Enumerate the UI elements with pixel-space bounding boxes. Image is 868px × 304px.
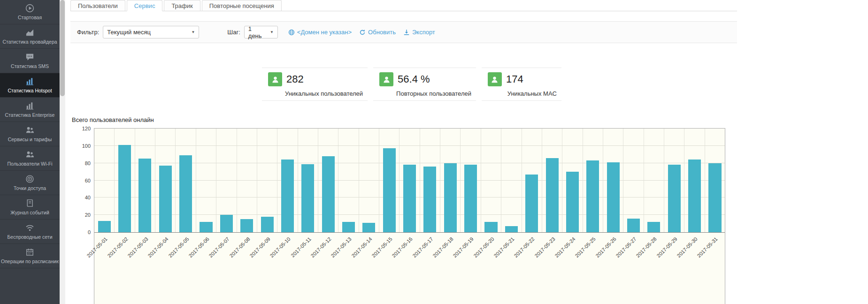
tab-repeat-visits[interactable]: Повторные посещения [202, 0, 282, 11]
vertical-scrollbar[interactable] [60, 0, 65, 304]
x-axis-tick: 2017-05-07 [216, 233, 237, 304]
play-circle-icon [1, 4, 59, 13]
sidebar-item-services-tariffs[interactable]: Сервисы и тарифы [0, 122, 60, 146]
chart-column [664, 129, 684, 232]
journal-icon [1, 199, 59, 208]
sidebar-item-enterprise-stats[interactable]: Статистика Enterprise [0, 98, 60, 122]
x-axis-tick: 2017-05-04 [155, 233, 176, 304]
chart-column [440, 129, 460, 232]
chart-column [277, 129, 297, 232]
chart-bar [403, 165, 416, 232]
step-select-value: 1 день [248, 25, 265, 39]
x-axis-tick: 2017-05-15 [379, 233, 399, 304]
x-axis-tick: 2017-05-24 [562, 233, 583, 304]
sidebar-item-provider-stats[interactable]: Статистика провайдера [0, 24, 60, 49]
area-chart-icon [1, 28, 59, 37]
chart-column [257, 129, 277, 232]
chart-column [237, 129, 257, 232]
user-icon [488, 72, 502, 86]
chart-column [644, 129, 664, 232]
chart-bar [546, 158, 559, 232]
sidebar-item-access-points[interactable]: Точки доступа [0, 171, 60, 195]
tab-service[interactable]: Сервис [127, 0, 163, 11]
chart-bar [505, 226, 518, 232]
chart-column [460, 129, 480, 232]
stat-card-unique-users: 282 Уникальных пользователей [262, 68, 368, 101]
refresh-link-label: Обновить [368, 29, 396, 36]
chart-bar [668, 165, 681, 232]
chart-plot: 020406080100120 [94, 129, 725, 233]
x-axis-tick: 2017-05-14 [359, 233, 379, 304]
sidebar-item-sms-stats[interactable]: Статистика SMS [0, 49, 60, 73]
step-select[interactable]: 1 день ▼ [244, 26, 278, 38]
export-link-label: Экспорт [412, 29, 435, 36]
chart-bar [423, 167, 436, 232]
tab-users[interactable]: Пользователи [70, 0, 125, 11]
chart-bar [688, 160, 701, 232]
chart-column [338, 129, 358, 232]
x-axis-tick: 2017-05-20 [481, 233, 501, 304]
domain-link[interactable]: <Домен не указан> [288, 29, 352, 36]
tab-traffic[interactable]: Трафик [164, 0, 200, 11]
chart-column [196, 129, 216, 232]
chart-bar [586, 160, 599, 232]
chart-column [562, 129, 582, 232]
export-link[interactable]: Экспорт [403, 29, 435, 36]
x-axis-tick: 2017-05-28 [644, 233, 664, 304]
chart-bar [607, 162, 620, 232]
refresh-link[interactable]: Обновить [359, 29, 396, 36]
bar-chart-icon [1, 101, 59, 110]
chart-bar [240, 219, 253, 232]
x-axis-tick: 2017-05-08 [237, 233, 257, 304]
sidebar-item-label: Сервисы и тарифы [1, 137, 59, 142]
sidebar-item-label: Статистика Enterprise [1, 112, 59, 118]
users-icon [1, 126, 59, 135]
x-axis-tick: 2017-05-19 [461, 233, 481, 304]
sidebar-item-label: Беспроводные сети [1, 234, 59, 240]
chart-bar [179, 155, 192, 232]
refresh-icon [359, 29, 366, 36]
chart-bar [322, 156, 335, 232]
chart-bar [383, 148, 396, 232]
online-users-chart: 020406080100120 2017-05-012017-05-022017… [94, 128, 725, 304]
chart-column [501, 129, 521, 232]
chart-bar [118, 145, 131, 232]
chart-bar [138, 159, 151, 232]
sidebar-item-start-page[interactable]: Стартовая [0, 0, 60, 24]
sidebar-item-wireless-networks[interactable]: Беспроводные сети [0, 220, 60, 244]
chart-bar [301, 164, 314, 232]
stat-label: Уникальных MAC [505, 90, 557, 97]
chart-column [175, 129, 195, 232]
chart-column [420, 129, 440, 232]
sidebar-item-event-log[interactable]: Журнал событий [0, 195, 60, 220]
x-axis-tick: 2017-05-17 [420, 233, 440, 304]
chart-column [359, 129, 379, 232]
chart-column [684, 129, 704, 232]
chart-column [298, 129, 318, 232]
stat-card-repeat-users: 56.4 % Повторных пользователей [373, 68, 476, 101]
chart-bar [281, 160, 294, 232]
x-axis-tick: 2017-05-09 [257, 233, 277, 304]
main-content: Пользователи Сервис Трафик Повторные пос… [65, 0, 868, 304]
y-axis-label: 120 [82, 126, 91, 131]
download-icon [403, 29, 410, 36]
sidebar-item-wifi-users[interactable]: Пользователи Wi-Fi [0, 146, 60, 171]
x-axis-tick: 2017-05-13 [338, 233, 359, 304]
scrollbar-thumb[interactable] [60, 0, 65, 96]
sidebar-item-scheduled-operations[interactable]: Операции по расписанию [0, 244, 60, 268]
x-axis-tick: 2017-05-06 [196, 233, 216, 304]
bar-chart-icon [1, 77, 59, 86]
tab-bar: Пользователи Сервис Трафик Повторные пос… [70, 0, 737, 11]
period-select[interactable]: Текущий месяц ▼ [103, 26, 199, 38]
chart-bar [566, 172, 579, 232]
stat-value: 282 [286, 72, 304, 86]
sms-icon [1, 53, 59, 61]
chart-bar [708, 163, 721, 232]
chart-bar [484, 222, 497, 232]
chart-column [114, 129, 134, 232]
sidebar-item-hotspot-stats[interactable]: Статистика Hotspot [0, 73, 60, 98]
x-axis-tick: 2017-05-01 [94, 233, 115, 304]
x-axis-tick: 2017-05-22 [522, 233, 542, 304]
y-axis-label: 0 [88, 229, 91, 235]
filter-label: Фильтр: [77, 29, 99, 36]
